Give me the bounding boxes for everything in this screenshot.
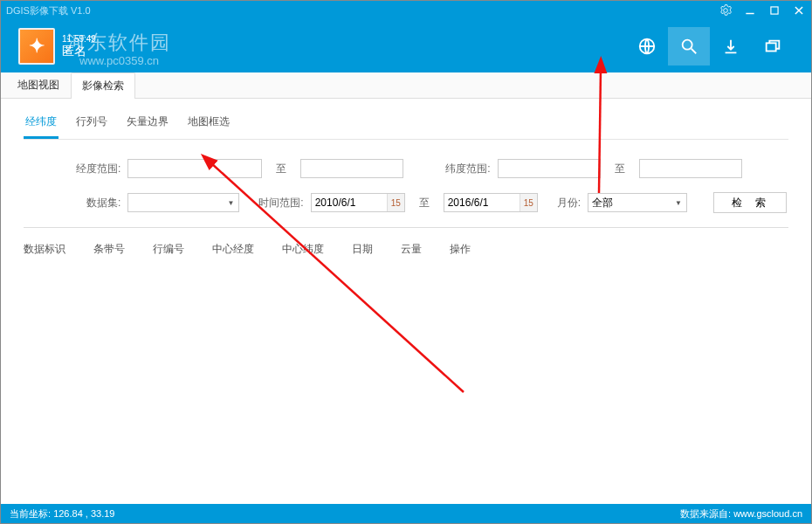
status-source: 数据来源自: www.gscloud.cn (680, 507, 802, 521)
header-toolbar (626, 27, 794, 66)
date-from-input[interactable] (312, 194, 387, 211)
date-to-picker[interactable]: 15 (444, 193, 538, 212)
titlebar: DGIS影像下载 V1.0 (1, 1, 811, 20)
date-to-input[interactable] (444, 194, 520, 211)
lat-to-input[interactable] (639, 159, 742, 178)
close-icon[interactable] (792, 3, 806, 17)
form-row-range: 经度范围: 至 纬度范围: 至 (24, 159, 788, 178)
month-select[interactable]: ▼ (588, 193, 687, 212)
svg-line-6 (692, 49, 697, 54)
form-row-filters: 数据集: ▼ 时间范围: 15 至 15 月份: ▼ 检 索 (24, 192, 788, 213)
lat-to-sep: 至 (615, 162, 625, 176)
col-strip: 条带号 (93, 242, 125, 257)
col-cloud: 云量 (401, 242, 422, 257)
chevron-down-icon[interactable]: ▼ (223, 194, 238, 211)
minimize-icon[interactable] (743, 3, 757, 17)
download-button[interactable] (710, 27, 752, 66)
tab-lonlat[interactable]: 经纬度 (24, 111, 58, 139)
results-columns: 数据标识 条带号 行编号 中心经度 中心纬度 日期 云量 操作 (24, 237, 788, 262)
divider (24, 227, 788, 228)
dataset-select[interactable]: ▼ (127, 193, 239, 212)
tab-map-view[interactable]: 地图视图 (6, 72, 71, 98)
header-username: 匿名 (62, 44, 96, 59)
search-button[interactable] (668, 27, 710, 66)
dataset-label: 数据集: (86, 196, 120, 210)
settings-icon[interactable] (719, 3, 733, 17)
app-logo-icon: ✦ (18, 28, 55, 65)
search-submit-button[interactable]: 检 索 (713, 192, 787, 213)
month-input[interactable] (588, 194, 671, 211)
tab-vector[interactable]: 矢量边界 (125, 111, 170, 139)
status-bar: 当前坐标: 126.84 , 33.19 数据来源自: www.gscloud.… (1, 504, 811, 523)
lat-range-label: 纬度范围: (445, 162, 490, 176)
tab-rowcol[interactable]: 行列号 (74, 111, 109, 139)
globe-button[interactable] (626, 27, 668, 66)
tab-image-search[interactable]: 影像检索 (71, 72, 135, 99)
main-tabs: 地图视图 影像检索 (1, 72, 811, 99)
search-method-tabs: 经纬度 行列号 矢量边界 地图框选 (24, 111, 788, 140)
date-from-picker[interactable]: 15 (311, 193, 405, 212)
svg-rect-1 (771, 7, 778, 14)
time-range-label: 时间范围: (258, 196, 303, 210)
status-coord: 当前坐标: 126.84 , 33.19 (10, 507, 114, 521)
col-data-id: 数据标识 (24, 242, 65, 257)
month-label: 月份: (557, 196, 581, 210)
lon-to-input[interactable] (300, 159, 403, 178)
col-action: 操作 (450, 242, 471, 257)
col-row: 行编号 (153, 242, 184, 257)
app-header: ✦ 河东软件园 www.pc0359.cn 11:59:49 匿名 (1, 20, 811, 72)
lat-from-input[interactable] (498, 159, 601, 178)
tab-mapframe[interactable]: 地图框选 (186, 111, 231, 139)
svg-point-5 (683, 40, 692, 50)
col-date: 日期 (352, 242, 373, 257)
dataset-input[interactable] (128, 194, 223, 211)
lon-to-sep: 至 (276, 162, 286, 176)
lon-range-label: 经度范围: (76, 162, 120, 176)
col-center-lon: 中心经度 (212, 242, 254, 257)
date-to-sep: 至 (419, 196, 430, 210)
col-center-lat: 中心纬度 (282, 242, 324, 257)
window-title: DGIS影像下载 V1.0 (6, 4, 91, 17)
windows-button[interactable] (752, 27, 794, 66)
calendar-icon[interactable]: 15 (520, 194, 537, 211)
maximize-icon[interactable] (767, 3, 781, 17)
content-area: 经纬度 行列号 矢量边界 地图框选 经度范围: 至 纬度范围: 至 数据集: ▼… (1, 99, 811, 274)
window-controls (719, 3, 806, 17)
chevron-down-icon[interactable]: ▼ (671, 194, 686, 211)
header-time: 11:59:49 (62, 34, 96, 44)
calendar-icon[interactable]: 15 (387, 194, 404, 211)
svg-rect-7 (767, 43, 776, 51)
lon-from-input[interactable] (127, 159, 262, 178)
